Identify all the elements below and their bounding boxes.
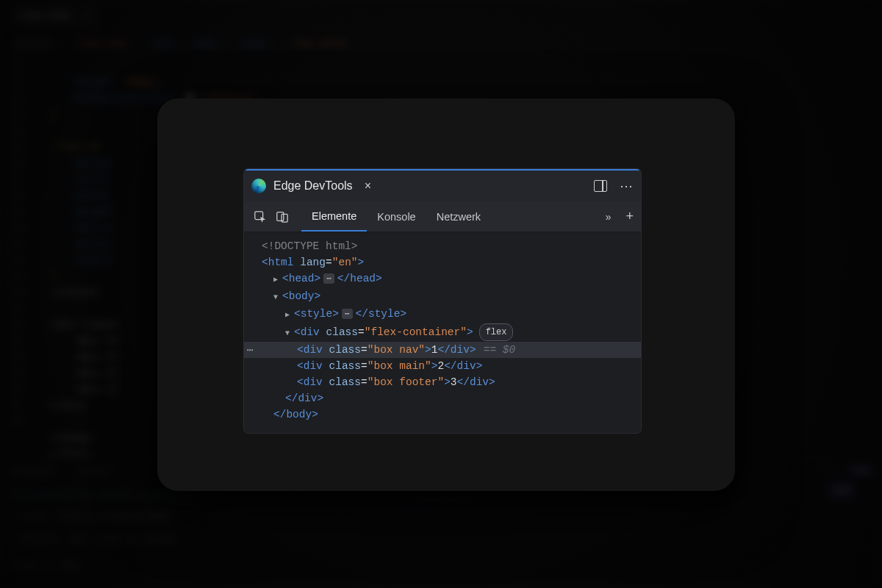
dom-node[interactable]: <div class="box footer">3</div> [244,374,641,390]
dom-node-selected[interactable]: <div class="box nav">1</div>== $0 [244,342,641,358]
edge-logo-icon [251,179,266,193]
dom-node[interactable]: ▶<head>⋯</head> [244,270,641,288]
dom-node[interactable]: <div class="box main">2</div> [244,358,641,374]
dom-node[interactable]: ▶<style>⋯</style> [244,306,641,323]
devtools-panel: Edge DevTools × ⋯ Elemente Konsole Netzw… [244,169,641,433]
tab-console[interactable]: Konsole [367,201,426,232]
selected-ref: == $0 [484,344,516,356]
dom-node[interactable]: <html lang="en"> [244,254,641,270]
dock-side-icon[interactable] [594,179,607,193]
dom-tree[interactable]: <!DOCTYPE html> <html lang="en"> ▶<head>… [244,232,641,433]
showcase-card: Edge DevTools × ⋯ Elemente Konsole Netzw… [157,98,735,491]
tab-elements[interactable]: Elemente [301,201,367,232]
dom-node[interactable]: </body> [244,406,641,423]
dom-node[interactable]: </div> [244,390,641,406]
devtools-titlebar[interactable]: Edge DevTools × ⋯ [244,169,641,201]
devtools-title: Edge DevTools [273,179,353,193]
more-options-icon[interactable]: ⋯ [620,179,634,193]
flex-badge[interactable]: flex [479,323,514,341]
device-toolbar-icon[interactable] [273,210,291,223]
dom-node[interactable]: ▼<div class="flex-container">flex [244,323,641,342]
more-tabs-icon[interactable]: » [606,211,612,223]
add-tab-icon[interactable]: + [625,209,634,224]
inspect-element-icon[interactable] [251,210,269,223]
dom-node[interactable]: ▼<body> [244,288,641,306]
devtools-tabbar: Elemente Konsole Netzwerk » + [244,201,641,232]
close-tab-icon[interactable]: × [365,179,371,193]
dom-node[interactable]: <!DOCTYPE html> [244,238,641,254]
svg-rect-1 [277,212,284,220]
tab-network[interactable]: Netzwerk [426,201,491,232]
